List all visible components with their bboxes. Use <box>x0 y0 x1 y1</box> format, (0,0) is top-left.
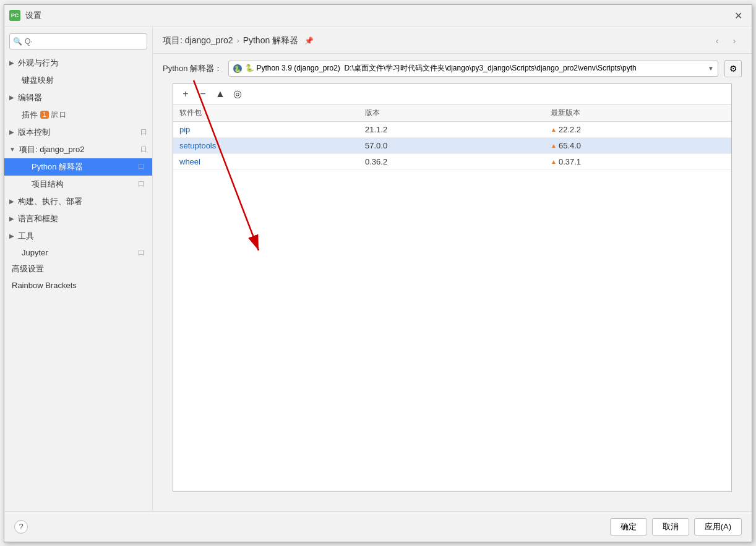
pkg-name-pip: pip <box>173 122 359 137</box>
pkg-version-wheel: 0.36.2 <box>359 154 544 169</box>
ok-button[interactable]: 确定 <box>610 518 647 535</box>
up-arrow-icon-pip: ▲ <box>551 126 557 133</box>
project-icon: 口 <box>140 145 147 154</box>
dropdown-arrow-icon: ▼ <box>708 65 714 72</box>
sidebar-item-project[interactable]: ▼ 项目: django_pro2 口 <box>4 141 152 158</box>
packages-area: + − ▲ ◎ 软件包 版本 最新版本 pip <box>173 83 732 492</box>
cancel-button[interactable]: 取消 <box>652 518 689 535</box>
apply-button[interactable]: 应用(A) <box>694 518 742 535</box>
nav-arrows: ‹ › <box>710 33 742 48</box>
table-row[interactable]: setuptools 57.0.0 ▲ 65.4.0 <box>173 138 731 154</box>
sidebar-search-box: 🔍 <box>9 33 147 49</box>
sidebar-item-tools[interactable]: ▶ 工具 <box>4 228 152 245</box>
pin-icon[interactable]: 📌 <box>304 36 314 45</box>
sidebar-item-build[interactable]: ▶ 构建、执行、部署 <box>4 193 152 210</box>
packages-table: 软件包 版本 最新版本 pip 21.1.2 ▲ 22.2.2 <box>173 105 731 491</box>
update-badge-pip: ▲ 22.2.2 <box>551 125 662 134</box>
pkg-name-wheel: wheel <box>173 154 359 169</box>
sidebar-item-plugins[interactable]: 插件 1 訳 口 <box>4 106 152 124</box>
pkg-version-pip: 21.1.2 <box>359 122 544 137</box>
search-input[interactable] <box>9 33 147 49</box>
sidebar-item-python-interpreter[interactable]: Python 解释器 口 <box>4 158 152 176</box>
chevron-right-icon-5: ▶ <box>9 215 14 222</box>
jupyter-icon: 口 <box>138 248 145 257</box>
breadcrumb-separator: › <box>237 36 239 45</box>
python-icon: 🐍 <box>233 64 243 74</box>
plugins-badge: 1 <box>40 111 49 119</box>
sidebar-item-language[interactable]: ▶ 语言和框架 <box>4 210 152 228</box>
table-row[interactable]: pip 21.1.2 ▲ 22.2.2 <box>173 122 731 138</box>
breadcrumb-current: Python 解释器 <box>243 35 298 46</box>
sidebar: 🔍 ▶ 外观与行为 键盘映射 ▶ 编辑器 插件 1 訳 口 <box>4 27 153 511</box>
up-arrow-icon-setuptools: ▲ <box>551 142 557 149</box>
interpreter-select[interactable]: 🐍 🐍 Python 3.9 (django_pro2) D:\桌面文件\学习时… <box>228 61 718 77</box>
settings-dialog: PC 设置 ✕ 🔍 ▶ 外观与行为 键盘映射 ▶ 编辑器 <box>4 4 752 542</box>
footer-buttons: 确定 取消 应用(A) <box>610 518 742 535</box>
chevron-down-icon: ▼ <box>9 146 15 153</box>
pkg-latest-wheel: ▲ 0.37.1 <box>544 154 668 169</box>
sidebar-item-project-structure[interactable]: 项目结构 口 <box>4 176 152 193</box>
eye-button[interactable]: ◎ <box>230 87 245 101</box>
pkg-latest-pip: ▲ 22.2.2 <box>544 122 668 137</box>
table-header: 软件包 版本 最新版本 <box>173 105 731 122</box>
packages-area-wrapper: + − ▲ ◎ 软件包 版本 最新版本 pip <box>163 83 742 501</box>
interpreter-value: 🐍 Python 3.9 (django_pro2) D:\桌面文件\学习时代码… <box>245 63 637 74</box>
breadcrumb: 项目: django_pro2 › Python 解释器 📌 <box>163 35 314 46</box>
pkg-version-setuptools: 57.0.0 <box>359 138 544 153</box>
chevron-right-icon-6: ▶ <box>9 232 14 239</box>
window-title: 设置 <box>25 10 729 21</box>
chevron-right-icon-3: ▶ <box>9 129 14 135</box>
col-header-name: 软件包 <box>173 105 359 121</box>
col-header-version: 版本 <box>359 105 544 121</box>
interpreter-label: Python 解释器： <box>163 63 222 74</box>
sidebar-item-editor[interactable]: ▶ 编辑器 <box>4 89 152 106</box>
update-badge-wheel: ▲ 0.37.1 <box>551 157 662 166</box>
sidebar-item-appearance[interactable]: ▶ 外观与行为 <box>4 54 152 72</box>
gear-button[interactable]: ⚙ <box>724 60 742 77</box>
packages-toolbar: + − ▲ ◎ <box>173 84 731 105</box>
chevron-right-icon: ▶ <box>9 59 14 66</box>
app-icon: PC <box>9 10 20 21</box>
pkg-latest-setuptools: ▲ 65.4.0 <box>544 138 668 153</box>
chevron-right-icon-4: ▶ <box>9 198 14 205</box>
update-badge-setuptools: ▲ 65.4.0 <box>551 141 662 150</box>
interpreter-select-text: 🐍 🐍 Python 3.9 (django_pro2) D:\桌面文件\学习时… <box>233 63 637 74</box>
breadcrumb-project: 项目: django_pro2 <box>163 35 233 46</box>
svg-text:🐍: 🐍 <box>234 65 242 73</box>
search-icon: 🔍 <box>13 37 22 46</box>
col-header-latest: 最新版本 <box>544 105 668 121</box>
add-package-button[interactable]: + <box>178 87 193 101</box>
dialog-footer: ? 确定 取消 应用(A) <box>4 511 752 542</box>
title-bar: PC 设置 ✕ <box>4 5 752 27</box>
vcs-icon: 口 <box>140 127 147 137</box>
dialog-body: 🔍 ▶ 外观与行为 键盘映射 ▶ 编辑器 插件 1 訳 口 <box>4 27 752 511</box>
up-arrow-icon-wheel: ▲ <box>551 158 557 165</box>
pkg-name-setuptools: setuptools <box>173 138 359 153</box>
remove-package-button[interactable]: − <box>195 87 210 101</box>
sidebar-item-advanced[interactable]: 高级设置 <box>4 260 152 278</box>
nav-back-button[interactable]: ‹ <box>710 33 724 48</box>
nav-forward-button[interactable]: › <box>727 33 742 48</box>
plugins-ext-badge: 口 <box>59 110 66 119</box>
sidebar-item-vcs[interactable]: ▶ 版本控制 口 <box>4 124 152 141</box>
structure-icon: 口 <box>138 179 145 189</box>
interpreter-icon: 口 <box>138 162 145 171</box>
sidebar-item-rainbow-brackets[interactable]: Rainbow Brackets <box>4 278 152 293</box>
main-content: 项目: django_pro2 › Python 解释器 📌 ‹ › Pytho… <box>153 27 752 511</box>
help-button[interactable]: ? <box>14 520 28 534</box>
chevron-right-icon-2: ▶ <box>9 94 14 101</box>
sidebar-item-keymap[interactable]: 键盘映射 <box>4 72 152 89</box>
table-row[interactable]: wheel 0.36.2 ▲ 0.37.1 <box>173 154 731 170</box>
main-header: 项目: django_pro2 › Python 解释器 📌 ‹ › <box>153 27 752 54</box>
gear-icon: ⚙ <box>729 64 737 74</box>
close-button[interactable]: ✕ <box>729 7 747 24</box>
sidebar-item-jupyter[interactable]: Jupyter 口 <box>4 245 152 260</box>
plugins-lang-badge: 訳 <box>51 110 58 119</box>
up-button[interactable]: ▲ <box>213 87 228 101</box>
interpreter-row: Python 解释器： 🐍 🐍 Python 3.9 (django_pro2)… <box>153 54 752 83</box>
